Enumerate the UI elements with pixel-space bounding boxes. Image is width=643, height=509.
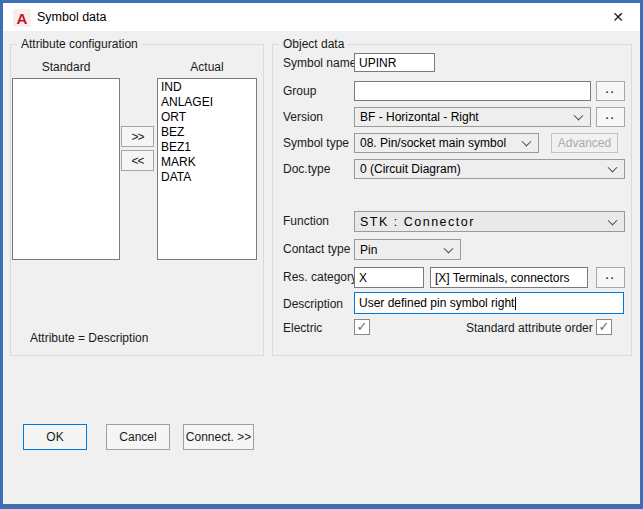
doc-type-label: Doc.type — [283, 162, 330, 176]
contact-type-label: Contact type — [283, 242, 350, 256]
electric-checkbox[interactable]: ✓ — [354, 319, 370, 335]
ok-button[interactable]: OK — [23, 424, 87, 450]
connect-button[interactable]: Connect. >> — [183, 424, 254, 450]
chevron-down-icon — [522, 137, 532, 147]
group-input[interactable] — [354, 81, 591, 101]
standard-attribute-order-checkbox[interactable]: ✓ — [596, 319, 612, 335]
contact-type-select[interactable]: Pin — [354, 239, 461, 260]
symbol-data-dialog: A Symbol data ✕ Attribute configuration … — [0, 0, 643, 509]
doc-type-select[interactable]: 0 (Circuit Diagram) — [354, 159, 625, 179]
title-bar: A Symbol data ✕ — [3, 3, 640, 31]
function-label: Function — [283, 214, 329, 228]
res-category-code-input[interactable]: X — [354, 267, 424, 288]
symbol-name-input[interactable]: UPINR — [354, 53, 435, 72]
electric-label: Electric — [283, 321, 322, 335]
res-category-name-input[interactable]: [X] Terminals, connectors — [430, 267, 588, 288]
window-title: Symbol data — [37, 3, 106, 31]
list-item[interactable]: BEZ1 — [161, 140, 256, 155]
symbol-type-label: Symbol type — [283, 136, 349, 150]
cancel-button[interactable]: Cancel — [106, 424, 170, 450]
list-item[interactable]: ANLAGEI — [161, 95, 256, 110]
version-browse-button[interactable]: .. — [596, 107, 625, 127]
text-caret — [515, 297, 516, 310]
autocad-app-icon: A — [13, 9, 31, 27]
version-select[interactable]: BF - Horizontal - Right — [354, 107, 591, 127]
check-icon: ✓ — [357, 320, 368, 333]
standard-attribute-order-label: Standard attribute order — [466, 321, 593, 335]
attribute-description-note: Attribute = Description — [30, 331, 148, 345]
version-label: Version — [283, 110, 323, 124]
close-icon: ✕ — [612, 9, 624, 25]
res-category-browse-button[interactable]: .. — [596, 267, 625, 288]
actual-list-label: Actual — [157, 60, 257, 74]
list-item[interactable]: DATA — [161, 170, 256, 185]
close-button[interactable]: ✕ — [599, 3, 637, 31]
attribute-configuration-group-label: Attribute configuration — [17, 37, 142, 51]
res-category-label: Res. category — [283, 270, 357, 284]
actual-attributes-list[interactable]: INDANLAGEIORTBEZBEZ1MARKDATA — [157, 78, 257, 260]
check-icon: ✓ — [599, 320, 610, 333]
group-browse-button[interactable]: .. — [596, 81, 625, 101]
chevron-down-icon — [608, 163, 618, 173]
list-item[interactable]: BEZ — [161, 125, 256, 140]
description-label: Description — [283, 297, 343, 311]
chevron-down-icon — [608, 215, 618, 225]
function-select[interactable]: STK : Connector — [354, 211, 625, 232]
standard-list-label: Standard — [12, 60, 120, 74]
list-item[interactable]: IND — [161, 80, 256, 95]
symbol-name-label: Symbol name — [283, 56, 356, 70]
description-input[interactable]: User defined pin symbol right — [354, 292, 624, 314]
list-item[interactable]: ORT — [161, 110, 256, 125]
standard-attributes-list[interactable] — [12, 78, 120, 260]
object-data-group-label: Object data — [279, 37, 348, 51]
advanced-button: Advanced — [551, 133, 618, 153]
move-right-button[interactable]: >> — [121, 126, 154, 147]
chevron-down-icon — [444, 243, 454, 253]
list-item[interactable]: MARK — [161, 155, 256, 170]
chevron-down-icon — [574, 111, 584, 121]
move-left-button[interactable]: << — [121, 150, 154, 171]
symbol-type-select[interactable]: 08. Pin/socket main symbol — [354, 133, 539, 153]
group-label: Group — [283, 84, 316, 98]
